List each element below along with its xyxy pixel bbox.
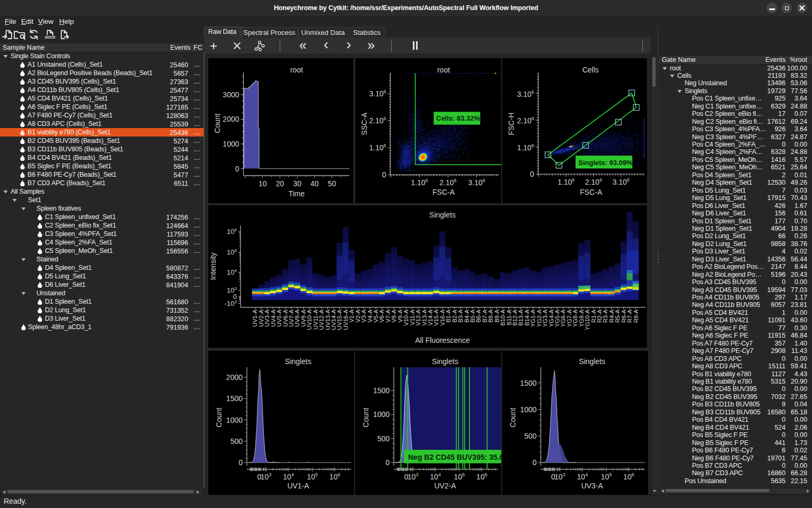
svg-text:V7-A: V7-A (385, 309, 391, 322)
svg-text:V16-A: V16-A (439, 309, 446, 325)
svg-text:DOCX: DOCX (45, 35, 56, 40)
svg-text:V11-A: V11-A (409, 309, 416, 325)
svg-text:YG7-A: YG7-A (566, 309, 573, 327)
svg-text:V8-A: V8-A (391, 309, 397, 322)
svg-text:UV13-A: UV13-A (325, 309, 331, 330)
svg-text:R5-A: R5-A (614, 309, 621, 323)
svg-text:YG3-A: YG3-A (542, 309, 548, 327)
svg-text:10: 10 (259, 179, 267, 188)
svg-text:Intensity: Intensity (209, 252, 217, 280)
svg-text:UV10-A: UV10-A (306, 309, 312, 330)
svg-text:UV9-A: UV9-A (300, 309, 307, 326)
svg-text:YG8-A: YG8-A (572, 309, 578, 327)
svg-text:UV7-A: UV7-A (288, 309, 294, 326)
svg-text:B13-A: B13-A (518, 309, 524, 325)
svg-text:Count: Count (215, 407, 223, 427)
svg-text:0: 0 (382, 170, 386, 179)
svg-text:YG2-A: YG2-A (536, 309, 542, 327)
svg-text:Time: Time (289, 189, 305, 198)
svg-text:Singlets: Singlets (285, 357, 311, 366)
svg-text:B3-A: B3-A (457, 309, 464, 322)
svg-text:R4-A: R4-A (608, 309, 615, 323)
svg-text:Singlets: Singlets (429, 211, 456, 219)
svg-text:UV3-A: UV3-A (264, 309, 270, 326)
svg-text:1000: 1000 (520, 405, 537, 414)
svg-text:UV3-A: UV3-A (581, 482, 603, 490)
svg-text:V6-A: V6-A (379, 309, 385, 322)
svg-text:0: 0 (532, 458, 537, 467)
svg-text:1500: 1500 (520, 379, 537, 387)
svg-text:UV6-A: UV6-A (282, 309, 289, 326)
svg-text:YG1-A: YG1-A (530, 309, 536, 327)
svg-text:V5-A: V5-A (373, 309, 379, 322)
svg-text:Cells: 83.32%: Cells: 83.32% (436, 114, 481, 122)
svg-text:YG9-A: YG9-A (578, 309, 585, 327)
svg-text:R3-A: R3-A (602, 309, 608, 323)
svg-text:1000: 1000 (373, 410, 390, 419)
svg-text:500: 500 (377, 434, 390, 443)
svg-text:Cells: Cells (582, 66, 598, 74)
svg-text:UV1-A: UV1-A (287, 482, 309, 490)
svg-text:Count: Count (509, 407, 517, 427)
svg-text:UV11-A: UV11-A (312, 309, 319, 329)
svg-text:R2-A: R2-A (596, 309, 603, 323)
svg-text:3000: 3000 (223, 90, 239, 99)
svg-text:Singlets: Singlets (579, 357, 605, 366)
svg-text:B14-A: B14-A (524, 309, 530, 325)
svg-text:Singlets: Singlets (432, 357, 458, 366)
svg-text:V14-A: V14-A (427, 309, 433, 325)
svg-text:B9-A: B9-A (494, 309, 500, 322)
svg-text:YG5-A: YG5-A (554, 309, 560, 327)
svg-text:1500: 1500 (373, 386, 390, 395)
svg-text:V13-A: V13-A (421, 309, 428, 325)
svg-text:0: 0 (235, 165, 239, 173)
svg-text:V4-A: V4-A (367, 309, 373, 322)
svg-text:B4-A: B4-A (464, 309, 470, 322)
svg-text:20: 20 (276, 179, 284, 188)
svg-text:YG6-A: YG6-A (560, 309, 566, 327)
svg-text:Count: Count (362, 407, 370, 427)
svg-text:B12-A: B12-A (512, 309, 518, 325)
svg-text:V3-A: V3-A (361, 309, 367, 322)
svg-text:UV4-A: UV4-A (270, 309, 276, 326)
svg-text:B1-A: B1-A (445, 309, 451, 322)
svg-text:0: 0 (238, 458, 243, 467)
svg-text:B8-A: B8-A (487, 309, 494, 322)
svg-text:R1-A: R1-A (590, 309, 597, 323)
svg-text:UV2-A: UV2-A (434, 482, 456, 490)
svg-text:SSC-A: SSC-A (360, 112, 368, 135)
svg-text:0: 0 (530, 170, 534, 178)
svg-text:V12-A: V12-A (415, 309, 421, 325)
svg-text:40: 40 (310, 179, 319, 188)
svg-text:500: 500 (524, 432, 537, 440)
svg-text:FSC-H: FSC-H (507, 113, 515, 135)
svg-text:B6-A: B6-A (475, 309, 482, 322)
svg-text:V10-A: V10-A (403, 309, 409, 325)
svg-text:R8-A: R8-A (633, 309, 639, 323)
svg-text:UV12-A: UV12-A (318, 309, 325, 330)
svg-text:B5-A: B5-A (469, 309, 476, 322)
svg-text:2000: 2000 (226, 373, 243, 382)
svg-text:B7-A: B7-A (482, 309, 488, 322)
svg-text:50: 50 (328, 179, 336, 188)
svg-text:UV8-A: UV8-A (294, 309, 300, 326)
svg-text:FSC-A: FSC-A (580, 188, 603, 196)
svg-text:YG4-A: YG4-A (548, 309, 555, 327)
svg-text:V9-A: V9-A (397, 309, 403, 322)
svg-text:Neg B2 CD45 BUV395: 35.64: Neg B2 CD45 BUV395: 35.64 (408, 453, 501, 461)
svg-text:All Fluorescence: All Fluorescence (415, 336, 470, 344)
svg-text:B10-A: B10-A (500, 309, 506, 325)
svg-text:root: root (290, 66, 303, 74)
svg-text:V1-A: V1-A (348, 309, 355, 322)
svg-text:V15-A: V15-A (433, 309, 439, 325)
svg-text:R7-A: R7-A (626, 309, 633, 323)
svg-text:R6-A: R6-A (621, 309, 627, 323)
svg-text:UV5-A: UV5-A (276, 309, 282, 326)
svg-text:500: 500 (230, 437, 243, 446)
svg-text:30: 30 (293, 179, 302, 188)
svg-text:1000: 1000 (226, 416, 243, 424)
svg-text:V2-A: V2-A (355, 309, 361, 322)
svg-text:Singlets: 93.09%: Singlets: 93.09% (578, 159, 633, 167)
svg-text:FSC-A: FSC-A (432, 188, 455, 196)
svg-text:0: 0 (385, 458, 390, 467)
